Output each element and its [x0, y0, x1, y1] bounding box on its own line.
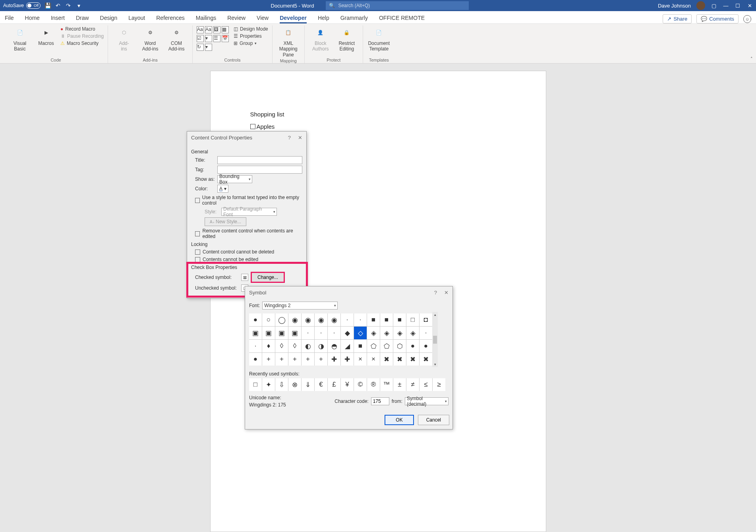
symbol-cell[interactable]: ⬠ — [380, 340, 393, 352]
visual-basic-button[interactable]: 📄Visual Basic — [8, 26, 32, 52]
symbol-cell[interactable]: ▣ — [275, 327, 288, 339]
symbol-cell[interactable]: ◢ — [341, 340, 354, 352]
char-code-input[interactable] — [371, 397, 389, 405]
minimize-icon[interactable]: — — [723, 2, 729, 9]
share-button[interactable]: ↗Share — [663, 14, 692, 23]
autosave-toggle[interactable]: AutoSave Off — [3, 2, 41, 9]
recent-symbol-cell[interactable]: ⇩ — [275, 378, 288, 391]
word-addins-button[interactable]: ⚙Word Add-ins — [138, 26, 162, 52]
lock-edit-checkbox[interactable] — [195, 257, 200, 262]
color-picker[interactable]: A▾ — [217, 185, 228, 193]
tab-mailings[interactable]: Mailings — [196, 12, 216, 23]
symbol-cell[interactable]: ◘ — [420, 313, 432, 326]
comments-button[interactable]: 💬Comments — [696, 14, 739, 23]
symbol-cell[interactable]: ◊ — [275, 340, 288, 352]
lock-delete-checkbox[interactable] — [195, 250, 200, 255]
com-addins-button[interactable]: ⚙COM Add-ins — [164, 26, 188, 52]
symbol-cell[interactable]: ◈ — [406, 327, 419, 339]
title-input[interactable] — [217, 156, 302, 164]
symbol-cell[interactable]: ■ — [367, 313, 380, 326]
record-macro-button[interactable]: ●Record Macro — [60, 26, 104, 32]
design-mode-button[interactable]: ◫Design Mode — [234, 26, 268, 32]
symbol-cell[interactable]: ◇ — [354, 327, 367, 339]
addins-button[interactable]: ⬡Add- ins — [112, 26, 136, 52]
recent-symbol-cell[interactable]: ✦ — [262, 378, 275, 391]
symbol-cell[interactable]: ◆ — [341, 327, 354, 339]
tab-file[interactable]: File — [5, 12, 14, 23]
symbol-cell[interactable]: × — [354, 353, 367, 366]
symbol-cell[interactable]: + — [315, 353, 327, 366]
symbol-cell[interactable]: ● — [249, 313, 262, 326]
symbol-cell[interactable]: ○ — [262, 313, 275, 326]
symbol-cell[interactable]: ◉ — [315, 313, 327, 326]
search-box[interactable]: 🔍 Search (Alt+Q) — [326, 1, 469, 10]
avatar[interactable] — [696, 1, 705, 10]
tab-layout[interactable]: Layout — [128, 12, 145, 23]
recent-symbol-cell[interactable]: ⊗ — [288, 378, 301, 391]
symbol-cell[interactable]: ◊ — [288, 340, 301, 352]
cancel-button[interactable]: Cancel — [418, 415, 449, 425]
symbol-cell[interactable]: ✖ — [380, 353, 393, 366]
qat-dropdown-icon[interactable]: ▾ — [75, 2, 82, 9]
tab-insert[interactable]: Insert — [51, 12, 65, 23]
user-name[interactable]: Dave Johnson — [658, 3, 691, 9]
tab-draw[interactable]: Draw — [76, 12, 89, 23]
symbol-cell[interactable]: + — [275, 353, 288, 366]
symbol-cell[interactable]: ◈ — [380, 327, 393, 339]
symbol-cell[interactable]: ✚ — [341, 353, 354, 366]
recent-symbol-cell[interactable]: ⇓ — [302, 378, 314, 391]
tab-review[interactable]: Review — [227, 12, 246, 23]
ok-button[interactable]: OK — [385, 415, 414, 425]
recent-symbol-cell[interactable]: ± — [393, 378, 406, 391]
symbol-cell[interactable]: · — [420, 327, 432, 339]
recent-symbol-cell[interactable]: ® — [367, 378, 380, 391]
symbol-cell[interactable]: ◈ — [367, 327, 380, 339]
symbol-cell[interactable]: ⬠ — [367, 340, 380, 352]
symbol-scrollbar[interactable]: ▴▾ — [432, 312, 438, 367]
recent-symbol-cell[interactable]: £ — [328, 378, 340, 391]
symbol-cell[interactable]: ● — [406, 340, 419, 352]
recent-symbol-cell[interactable]: ¥ — [341, 378, 354, 391]
tab-help[interactable]: Help — [318, 12, 329, 23]
save-icon[interactable]: 💾 — [44, 2, 51, 9]
symbol-cell[interactable]: · — [354, 313, 367, 326]
symbol-cell[interactable]: ✖ — [420, 353, 432, 366]
symbol-cell[interactable]: × — [367, 353, 380, 366]
symbol-cell[interactable]: ♦ — [262, 340, 275, 352]
feedback-icon[interactable]: ☺ — [743, 15, 751, 23]
macros-button[interactable]: ▶Macros — [34, 26, 58, 46]
symbol-cell[interactable]: · — [341, 313, 354, 326]
symbol-cell[interactable]: ● — [249, 353, 262, 366]
close-icon[interactable]: ✕ — [746, 2, 753, 9]
tab-references[interactable]: References — [156, 12, 185, 23]
control-bb-icon[interactable]: ▦ — [222, 26, 229, 33]
symbol-cell[interactable]: ✖ — [393, 353, 406, 366]
symbol-cell[interactable]: · — [302, 327, 314, 339]
tab-design[interactable]: Design — [100, 12, 118, 23]
symbol-cell[interactable]: ✖ — [406, 353, 419, 366]
collapse-ribbon-icon[interactable]: ˄ — [750, 56, 753, 62]
symbol-cell[interactable]: + — [288, 353, 301, 366]
maximize-icon[interactable]: ☐ — [735, 2, 741, 9]
symbol-cell[interactable]: ◉ — [302, 313, 314, 326]
recent-symbol-cell[interactable]: © — [354, 378, 367, 391]
symbol-cell[interactable]: ⬡ — [393, 340, 406, 352]
symbol-cell[interactable]: · — [315, 327, 327, 339]
symbol-cell[interactable]: ◉ — [288, 313, 301, 326]
remove-cc-checkbox[interactable] — [195, 231, 200, 236]
symbol-cell[interactable]: ▣ — [262, 327, 275, 339]
symbol-cell[interactable]: ◈ — [393, 327, 406, 339]
symbol-cell[interactable]: □ — [406, 313, 419, 326]
symbol-cell[interactable]: ◑ — [315, 340, 327, 352]
symbol-cell[interactable]: ◓ — [328, 340, 340, 352]
tab-home[interactable]: Home — [25, 12, 40, 23]
help-icon[interactable]: ? — [288, 135, 291, 141]
control-pic-icon[interactable]: 🖼 — [213, 26, 220, 33]
symbol-cell[interactable]: · — [249, 340, 262, 352]
xml-mapping-button[interactable]: 📋XML Mapping Pane — [276, 26, 300, 58]
tab-view[interactable]: View — [257, 12, 269, 23]
control-plain-icon[interactable]: Aa — [205, 26, 212, 33]
checked-change-button[interactable]: Change... — [251, 272, 285, 283]
from-combo[interactable]: Symbol (decimal)▾ — [405, 397, 449, 405]
tab-developer[interactable]: Developer — [280, 12, 307, 23]
